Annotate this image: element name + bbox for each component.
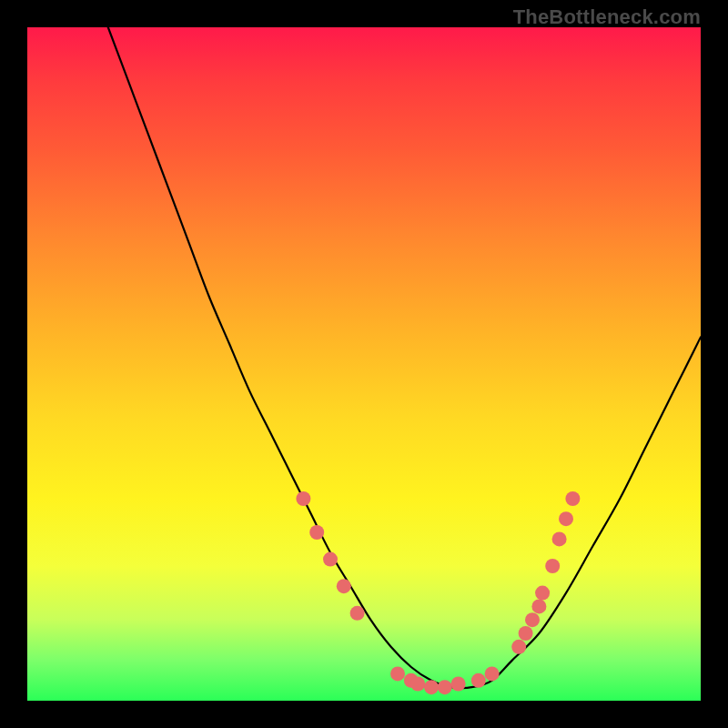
plot-area (27, 27, 701, 701)
marker-point (309, 525, 324, 540)
marker-point (424, 680, 439, 694)
marker-point (545, 559, 560, 573)
marker-point (451, 677, 466, 692)
curve-overlay (27, 27, 701, 701)
marker-point (337, 579, 351, 593)
marker-point (552, 531, 567, 546)
marker-point (471, 673, 486, 688)
chart-frame: TheBottleneck.com (0, 0, 728, 728)
marker-point (511, 640, 526, 654)
marker-point (296, 491, 310, 506)
marker-point (390, 666, 405, 681)
marker-point (438, 680, 452, 694)
marker-point (565, 491, 580, 506)
marker-point (531, 599, 546, 613)
marker-point (559, 511, 573, 526)
marker-point (535, 586, 550, 601)
marker-point (525, 612, 540, 627)
marker-point (519, 626, 533, 641)
bottleneck-curve (108, 27, 701, 688)
marker-point (410, 677, 425, 692)
markers-group (296, 491, 580, 694)
watermark-text: TheBottleneck.com (513, 5, 701, 29)
marker-point (485, 666, 500, 681)
marker-point (350, 606, 365, 621)
marker-point (323, 552, 338, 567)
